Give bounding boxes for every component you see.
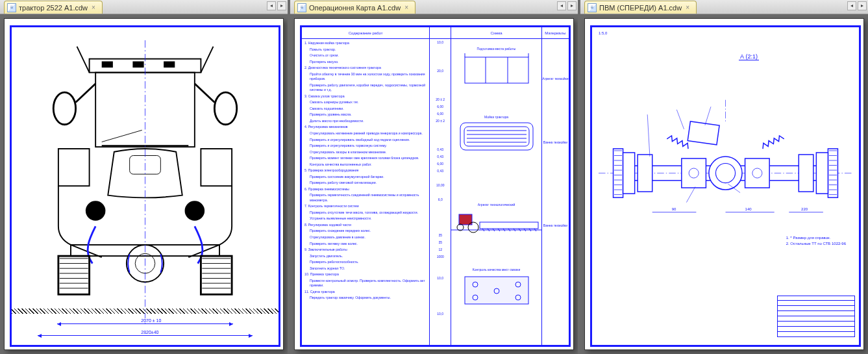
opcard-row: Проверить схождение передних колес.: [303, 228, 428, 234]
tab-scroll-controls: ◂ ▸: [847, 1, 867, 10]
opcard-mid-value: [430, 76, 451, 83]
svg-rect-51: [682, 158, 706, 188]
tab-close-icon[interactable]: ×: [403, 5, 410, 11]
opcard-mid-value: 6,00: [430, 105, 451, 112]
svg-rect-59: [638, 155, 652, 192]
opcard-sketch-column: Подготовка места работы Мойка трактора: [451, 27, 542, 345]
opcard-row: Заполнить журнал ТО.: [303, 266, 428, 272]
opcard-mid-value: 6,00: [430, 162, 451, 169]
opcard-row: Передать трактор заказчику. Оформить док…: [303, 295, 428, 301]
opcard-right-label: Агрегат техмойки: [542, 73, 569, 84]
document-pane-tractor: ≡ трактор 2522 А1.cdw × ◂ ▸: [0, 0, 288, 354]
document-tab[interactable]: ≡ ПВМ (СПЕРЕДИ) А1.cdw ×: [584, 1, 697, 14]
opcard-row: Проверить герметичность соединений пневм…: [303, 192, 428, 203]
opcard-row: Проверить уровень масла.: [303, 112, 428, 118]
tab-scroll-left[interactable]: ◂: [557, 1, 566, 10]
tab-label: трактор 2522 А1.cdw: [19, 4, 88, 12]
note-line: 1. * Размер для справок.: [786, 235, 846, 242]
opcard-rows: 1. Наружная мойка трактораПомыть трактор…: [303, 40, 428, 344]
tab-bar: ≡ ПВМ (СПЕРЕДИ) А1.cdw × ◂ ▸: [580, 0, 868, 14]
title-block: [777, 296, 855, 341]
tractor-front-view: [31, 40, 259, 325]
opcard-row: Проверить работоспособность.: [303, 259, 428, 266]
opcard-mid-value: [430, 297, 451, 305]
dim-text: 140: [745, 207, 752, 211]
opcard-right-label: Ванна техмойки: [542, 136, 569, 148]
opcard-row: 3. Смазка узлов трактора: [303, 94, 428, 100]
scale-label: 1:5,0: [599, 31, 607, 35]
svg-rect-30: [464, 127, 529, 146]
opcard-mid-value: [430, 262, 451, 269]
cad-doc-icon: ≡: [297, 3, 306, 12]
sketch-caption: Агрегат технологический: [478, 203, 515, 207]
opcard-mid-value: 20,0: [430, 69, 451, 76]
dim-text: 90: [672, 207, 676, 211]
svg-rect-39: [480, 222, 538, 229]
opcard-mid-value: 10,0: [430, 40, 451, 47]
document-viewport[interactable]: 1:5,0 А (2:1): [580, 14, 868, 354]
tab-scroll-right[interactable]: ▸: [567, 1, 577, 10]
svg-rect-21: [58, 256, 90, 294]
opcard-right-body: Агрегат техмойки Ванна техмойки Ванна те…: [542, 40, 569, 344]
opcard-mid-value: 6,0: [430, 197, 451, 205]
opcard-row: 5. Проверка электрооборудования: [303, 168, 428, 174]
opcard-right-label: Ванна техмойки: [542, 220, 569, 231]
opcard-row: 9. Заключительные работы: [303, 247, 428, 253]
tab-close-icon[interactable]: ×: [684, 5, 691, 11]
opcard-mid-value: [430, 83, 451, 90]
svg-line-4: [77, 47, 90, 73]
tab-scroll-controls: ◂ ▸: [557, 1, 577, 10]
svg-point-16: [86, 201, 106, 221]
dimension-text-2: 2820±40: [140, 330, 160, 335]
drawing-sheet: Содержание работ Схема Материалы 1. Нару…: [294, 18, 574, 350]
opcard-mid-values: 10,020,020 ± 26,006,0020 ± 20,430,436,00…: [430, 40, 451, 344]
tractor-svg: [31, 40, 259, 325]
tab-scroll-right[interactable]: ▸: [277, 1, 286, 10]
opcard-row: Запустить двигатель.: [303, 253, 428, 260]
sketch-aggregate-svg: [451, 208, 542, 234]
opcard-row: Долить масло при необходимости.: [303, 118, 428, 125]
svg-line-64: [705, 107, 711, 125]
document-tab[interactable]: ≡ трактор 2522 А1.cdw ×: [4, 1, 103, 14]
document-viewport[interactable]: Содержание работ Схема Материалы 1. Нару…: [290, 14, 578, 354]
svg-line-63: [676, 110, 684, 129]
opcard-row: Пройти обкатку в течение 30 мин на холос…: [303, 71, 428, 82]
opcard-row: 11. Сдача трактора: [303, 289, 428, 296]
opcard-mid-value: [430, 55, 451, 62]
opcard-row: Смазать подшипники.: [303, 106, 428, 112]
opcard-mid-value: [430, 212, 451, 219]
opcard-row: Провести контрольный осмотр. Проверить к…: [303, 278, 428, 289]
dimension-text-1: 2070 ± 10: [140, 318, 162, 323]
opcard-row: Проверить работу двигателя, коробки пере…: [303, 82, 428, 94]
opcard-mid-value: 35: [430, 233, 451, 240]
sketch-washer: Мойка трактора: [456, 115, 536, 153]
tab-scroll-right[interactable]: ▸: [858, 1, 867, 10]
opcard-row: Проверить момент затяжки гаек крепления …: [303, 155, 428, 162]
opcard-mid-value: 35: [430, 240, 451, 247]
cad-doc-icon: ≡: [7, 3, 16, 12]
document-pane-axle: ≡ ПВМ (СПЕРЕДИ) А1.cdw × ◂ ▸ 1:5,0 А (2:…: [580, 0, 868, 354]
svg-rect-2: [132, 61, 143, 68]
svg-line-9: [195, 84, 215, 103]
opcard-row: Отрегулировать натяжение ремней привода …: [303, 131, 428, 137]
tab-bar: ≡ трактор 2522 А1.cdw × ◂ ▸: [0, 0, 288, 14]
opcard-mid-value: [430, 190, 451, 197]
opcard-mid-value: 10,0: [430, 312, 451, 319]
tab-scroll-controls: ◂ ▸: [267, 1, 286, 10]
opcard-row: Отрегулировать давление в шинах.: [303, 234, 428, 241]
drawing-inner-frame: 2070 ± 10 2820±40: [11, 27, 279, 346]
tab-scroll-left[interactable]: ◂: [847, 1, 856, 10]
document-tab[interactable]: ≡ Операционня Карта А1.cdw ×: [294, 1, 415, 14]
opcard-mid-value: 10,0: [430, 276, 451, 283]
svg-point-6: [53, 92, 75, 125]
document-viewport[interactable]: 2070 ± 10 2820±40: [0, 14, 288, 354]
svg-point-49: [709, 157, 742, 190]
opcard-row: Очистить от грязи.: [303, 53, 428, 59]
tab-scroll-left[interactable]: ◂: [267, 1, 276, 10]
cad-doc-icon: ≡: [588, 3, 597, 12]
tab-label: Операционня Карта А1.cdw: [309, 4, 401, 12]
svg-line-12: [102, 130, 142, 142]
svg-point-38: [468, 222, 478, 233]
tab-close-icon[interactable]: ×: [90, 5, 97, 11]
sketch-aggregate: Агрегат технологический: [456, 203, 536, 234]
